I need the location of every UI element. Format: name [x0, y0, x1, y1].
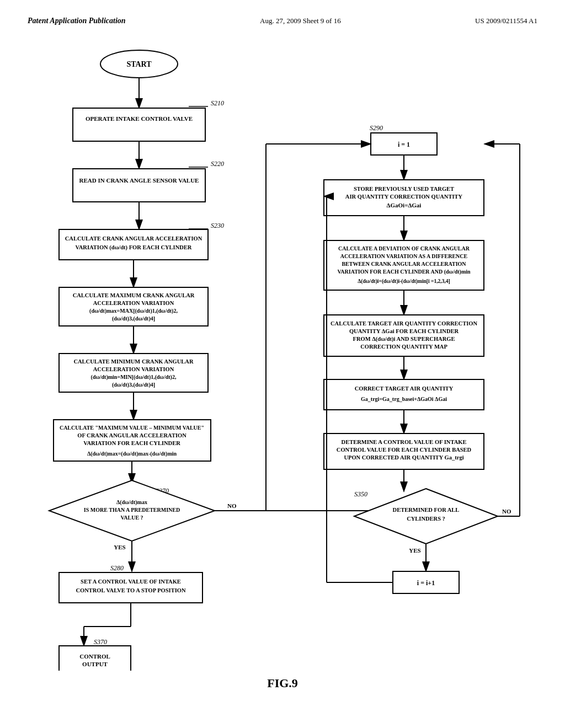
flowchart-svg: START S210 OPERATE INTAKE CONTROL VALVE … — [29, 42, 536, 671]
svg-text:CORRECT TARGET AIR QUANTITY: CORRECT TARGET AIR QUANTITY — [355, 386, 454, 392]
svg-text:YES: YES — [409, 547, 420, 554]
svg-text:i = i+1: i = i+1 — [417, 579, 435, 587]
svg-text:QUANTITY ΔGai FOR EACH CYLINDE: QUANTITY ΔGai FOR EACH CYLINDER — [349, 328, 459, 334]
svg-text:READ IN CRANK ANGLE SENSOR VAL: READ IN CRANK ANGLE SENSOR VALUE — [79, 177, 199, 184]
svg-text:SET A CONTROL VALUE OF INTAKE: SET A CONTROL VALUE OF INTAKE — [81, 579, 181, 585]
svg-text:ACCELERATION VARIATION: ACCELERATION VARIATION — [93, 366, 174, 372]
svg-text:Δ(dω/dt)max=(dω/dt)max-(dω/dt): Δ(dω/dt)max=(dω/dt)max-(dω/dt)min — [87, 451, 177, 457]
svg-text:S210: S210 — [211, 99, 224, 107]
svg-text:OUTPUT: OUTPUT — [82, 661, 108, 667]
svg-text:Δ(dω/dt)max: Δ(dω/dt)max — [116, 499, 147, 506]
svg-text:S280: S280 — [110, 564, 124, 572]
svg-text:START: START — [126, 60, 152, 68]
svg-text:CALCULATE "MAXIMUM VALUE – MIN: CALCULATE "MAXIMUM VALUE – MINIMUM VALUE… — [60, 425, 204, 431]
svg-text:DETERMINE A CONTROL VALUE OF I: DETERMINE A CONTROL VALUE OF INTAKE — [342, 439, 467, 445]
svg-rect-90 — [324, 379, 484, 410]
svg-text:CALCULATE MAXIMUM CRANK ANGULA: CALCULATE MAXIMUM CRANK ANGULAR — [73, 292, 195, 298]
svg-text:CYLINDERS ?: CYLINDERS ? — [407, 516, 445, 522]
svg-text:DETERMINED FOR ALL: DETERMINED FOR ALL — [393, 507, 460, 513]
svg-text:NO: NO — [227, 502, 237, 509]
svg-text:CONTROL VALUE FOR EACH CYLINDE: CONTROL VALUE FOR EACH CYLINDER BASED — [337, 447, 472, 453]
svg-text:YES: YES — [114, 544, 125, 550]
svg-text:NO: NO — [502, 508, 511, 515]
svg-text:S290: S290 — [370, 124, 383, 132]
svg-text:S220: S220 — [211, 160, 224, 168]
svg-text:(dω/dt)min=MIN[(dω/dt)1,(dω/dt: (dω/dt)min=MIN[(dω/dt)1,(dω/dt)2, — [91, 374, 177, 381]
svg-text:(dω/dt)max=MAX[(dω/dt)1,(dω/dt: (dω/dt)max=MAX[(dω/dt)1,(dω/dt)2, — [89, 308, 178, 314]
svg-text:AIR QUANTITY CORRECTION QUANTI: AIR QUANTITY CORRECTION QUANTITY — [345, 194, 463, 200]
svg-text:UPON CORRECTED AIR QUANTITY Ga: UPON CORRECTED AIR QUANTITY Ga_trgi — [344, 454, 463, 461]
page: Patent Application Publication Aug. 27, … — [0, 0, 565, 728]
svg-text:IS MORE THAN A PREDETERMINED: IS MORE THAN A PREDETERMINED — [84, 507, 180, 513]
svg-text:S230: S230 — [211, 222, 224, 229]
svg-text:i = 1: i = 1 — [398, 141, 410, 148]
svg-text:CALCULATE A DEVIATION OF CRANK: CALCULATE A DEVIATION OF CRANK ANGULAR — [338, 245, 470, 251]
svg-text:OF CRANK ANGULAR ACCELERATION: OF CRANK ANGULAR ACCELERATION — [77, 432, 186, 438]
svg-text:VARIATION FOR EACH CYLINDER AN: VARIATION FOR EACH CYLINDER AND (dω/dt)m… — [337, 269, 471, 275]
svg-text:CONTROL VALVE TO A STOP POSITI: CONTROL VALVE TO A STOP POSITION — [76, 587, 186, 593]
svg-text:FROM Δ(dω/dt)i AND SUPERCHARGE: FROM Δ(dω/dt)i AND SUPERCHARGE — [353, 336, 455, 342]
svg-text:CORRECTION QUANTITY MAP: CORRECTION QUANTITY MAP — [360, 344, 447, 350]
svg-text:S370: S370 — [94, 638, 107, 646]
svg-text:(dω/dt)3,(dω/dt)4]: (dω/dt)3,(dω/dt)4] — [112, 315, 155, 322]
svg-text:STORE PREVIOUSLY USED TARGET: STORE PREVIOUSLY USED TARGET — [354, 186, 454, 192]
svg-text:CONTROL: CONTROL — [79, 653, 110, 660]
flowchart: START S210 OPERATE INTAKE CONTROL VALVE … — [29, 42, 536, 671]
header: Patent Application Publication Aug. 27, … — [28, 17, 537, 25]
svg-text:VALUE ?: VALUE ? — [120, 515, 143, 521]
svg-text:(dω/dt)3,(dω/dt)4]: (dω/dt)3,(dω/dt)4] — [112, 382, 155, 388]
svg-text:VARIATION FOR EACH CYLINDER: VARIATION FOR EACH CYLINDER — [83, 440, 180, 446]
svg-text:ACCELERATION VARIATION AS A DI: ACCELERATION VARIATION AS A DIFFERENCE — [340, 253, 468, 259]
svg-text:ΔGaOi=ΔGai: ΔGaOi=ΔGai — [387, 202, 422, 208]
svg-text:BETWEEN CRANK ANGULAR ACCELERA: BETWEEN CRANK ANGULAR ACCELERATION — [342, 261, 466, 267]
figure-label: FIG.9 — [28, 676, 537, 690]
svg-text:S350: S350 — [354, 490, 367, 498]
header-left: Patent Application Publication — [28, 17, 126, 25]
svg-text:OPERATE  INTAKE CONTROL VALVE: OPERATE INTAKE CONTROL VALVE — [86, 115, 193, 122]
svg-text:Δ(dω/dt)i=(dω/dt)i-(dω/dt)min[: Δ(dω/dt)i=(dω/dt)i-(dω/dt)min[i =1,2,3,4… — [358, 279, 450, 285]
svg-text:VARIATION (dω/dt) FOR EACH CYL: VARIATION (dω/dt) FOR EACH CYLINDER — [76, 244, 192, 251]
header-right: US 2009/0211554 A1 — [475, 17, 537, 25]
svg-text:CALCULATE CRANK ANGULAR ACCELE: CALCULATE CRANK ANGULAR ACCELERATION — [65, 235, 202, 242]
svg-text:CALCULATE MINIMUM CRANK ANGULA: CALCULATE MINIMUM CRANK ANGULAR — [73, 358, 194, 365]
svg-text:Ga_trgi=Ga_trg_basei+ΔGaOi ΔGa: Ga_trgi=Ga_trg_basei+ΔGaOi ΔGai — [361, 396, 447, 402]
svg-rect-6 — [73, 108, 205, 141]
svg-text:ACCELERATION VARIATION: ACCELERATION VARIATION — [93, 300, 174, 306]
header-center: Aug. 27, 2009 Sheet 9 of 16 — [260, 17, 341, 25]
svg-rect-11 — [73, 169, 205, 202]
svg-text:CALCULATE TARGET AIR QUANTITY : CALCULATE TARGET AIR QUANTITY CORRECTION — [331, 320, 477, 326]
